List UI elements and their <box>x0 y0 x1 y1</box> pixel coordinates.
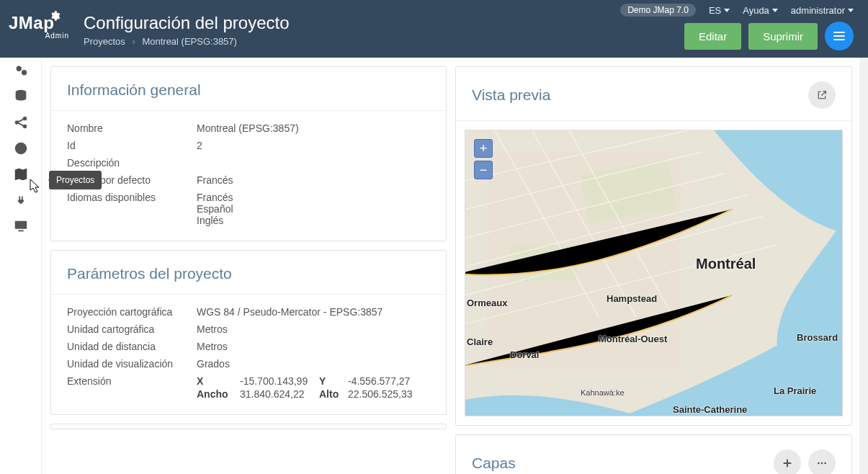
gears-icon <box>13 63 29 79</box>
layer-more-button[interactable] <box>808 450 836 474</box>
plug-icon <box>13 192 29 208</box>
sidebar-item-connections[interactable] <box>0 109 41 135</box>
map-label-hampstead: Hampstead <box>607 293 657 304</box>
breadcrumb-root[interactable]: Proyectos <box>84 36 125 47</box>
globe-icon <box>13 140 29 156</box>
sidebar-item-databases[interactable] <box>0 84 41 109</box>
open-preview-button[interactable] <box>808 81 836 109</box>
logo: JMap Admin <box>9 13 69 40</box>
breadcrumb-leaf: Montreal (EPSG:3857) <box>142 36 237 47</box>
map-label-laprairie: La Prairie <box>774 385 816 396</box>
panel-preview: Vista previa <box>455 66 852 426</box>
sidebar-item-extensions[interactable] <box>0 187 41 213</box>
map-label-ormeaux: Ormeaux <box>467 298 507 308</box>
map-icon <box>13 166 29 182</box>
svg-point-11 <box>821 462 823 465</box>
map-preview[interactable]: + − Montréal Hampstead Montréal-Ouest Or… <box>465 130 843 416</box>
help-menu[interactable]: Ayuda <box>743 5 778 16</box>
svg-point-1 <box>14 120 19 125</box>
panel-project-params: Parámetros del proyecto Proyección carto… <box>50 250 447 415</box>
database-icon <box>13 89 29 104</box>
svg-rect-5 <box>14 221 27 229</box>
sidebar-tooltip: Proyectos <box>49 171 102 189</box>
svg-point-12 <box>824 462 826 465</box>
map-label-montreal: Montréal <box>696 256 756 272</box>
svg-point-10 <box>818 462 820 465</box>
lang-menu[interactable]: ES <box>709 5 730 16</box>
map-label-claire: Claire <box>467 336 493 347</box>
sidebar-item-deployments[interactable] <box>0 213 41 239</box>
edit-button[interactable]: Editar <box>684 23 741 50</box>
svg-point-3 <box>22 125 27 129</box>
menu-button[interactable] <box>825 22 854 50</box>
sidebar-item-projects[interactable] <box>0 161 41 187</box>
page-title: Configuración del proyecto <box>84 13 290 33</box>
add-layer-button[interactable] <box>774 450 801 474</box>
monitor-icon <box>13 218 29 234</box>
sidebar-item-status[interactable] <box>0 58 41 84</box>
map-label-montreal-ouest: Montréal-Ouest <box>599 334 667 344</box>
zoom-in-button[interactable]: + <box>474 139 493 158</box>
panel-layers: Capas <box>455 434 852 474</box>
svg-point-4 <box>14 143 27 155</box>
delete-button[interactable]: Suprimir <box>748 23 818 50</box>
demo-pill: Demo JMap 7.0 <box>620 4 696 17</box>
breadcrumb: Proyectos › Montreal (EPSG:3857) <box>84 36 290 47</box>
map-label-brossard: Brossard <box>797 332 838 343</box>
svg-point-2 <box>22 117 27 121</box>
panel-general-info: Información general NombreMontreal (EPSG… <box>50 66 447 241</box>
zoom-out-button[interactable]: − <box>474 161 493 179</box>
sidebar-item-datasources[interactable] <box>0 135 41 161</box>
map-label-stecatherine: Sainte-Catherine <box>673 404 747 415</box>
map-label-kahnawake: Kahnawà:ke <box>581 388 625 397</box>
external-link-icon <box>816 89 828 101</box>
share-icon <box>13 115 29 130</box>
map-label-dorval: Dorval <box>510 349 539 360</box>
plus-icon <box>782 457 793 469</box>
dots-icon <box>816 457 828 469</box>
user-menu[interactable]: administrator <box>791 5 854 16</box>
